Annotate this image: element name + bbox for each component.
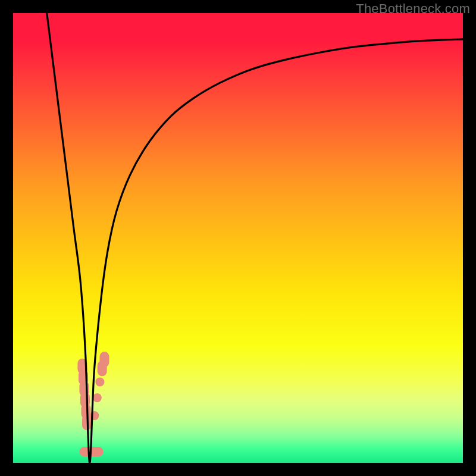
marker-scatter-right-dots [95,377,104,386]
plot-area [13,13,463,463]
marker-scatter-right-dots [93,393,102,402]
chart-frame: TheBottleneck.com [0,0,476,476]
watermark-text: TheBottleneck.com [356,1,470,17]
marker-scatter-right-top [99,352,109,367]
bottleneck-curve [47,13,463,463]
curve-layer [13,13,463,463]
